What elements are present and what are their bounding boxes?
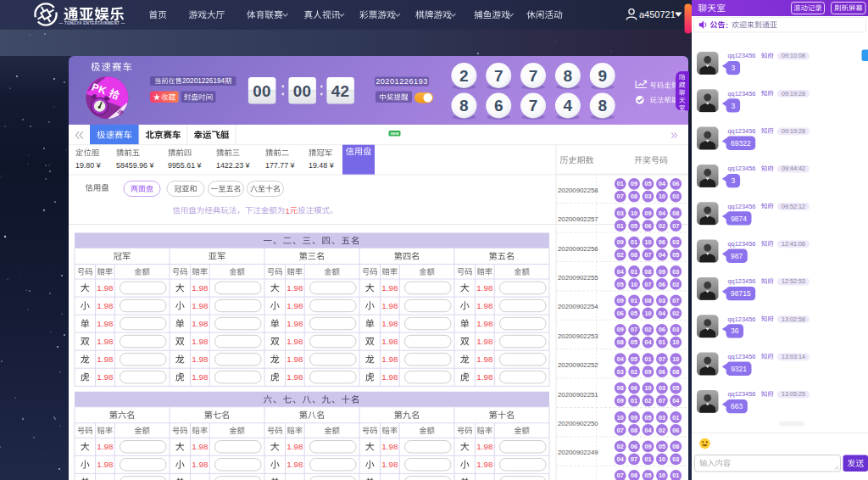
svg-text:20201226193: 20201226193 [376,77,428,86]
svg-text:1.98: 1.98 [287,460,303,469]
svg-text:qq123456: qq123456 [728,165,756,172]
svg-text:09: 09 [617,326,624,333]
svg-text:06: 06 [631,443,637,450]
svg-text:69322: 69322 [731,139,751,148]
svg-text:09: 09 [645,368,652,376]
svg-text:01: 01 [659,338,665,346]
svg-text:1.98: 1.98 [476,442,493,451]
svg-text:08: 08 [645,297,652,304]
svg-text:qq123456: qq123456 [728,277,756,285]
svg-text:10: 10 [659,472,665,479]
svg-text:09: 09 [617,238,624,246]
svg-text:09:19:28: 09:19:28 [782,90,805,98]
svg-text:10: 10 [672,355,679,363]
svg-text:08: 08 [631,472,637,479]
svg-text:02: 02 [672,310,679,317]
svg-text:01: 01 [645,355,652,363]
svg-text:03: 03 [617,209,624,217]
svg-text:1.98: 1.98 [192,372,209,382]
svg-text:1.98: 1.98 [476,337,493,346]
svg-text:2: 2 [459,67,469,85]
svg-text:09:10:08: 09:10:08 [782,52,805,59]
svg-text:09: 09 [645,209,652,217]
svg-text:09: 09 [631,180,637,187]
svg-text:20201226194: 20201226194 [182,77,225,85]
svg-text:1.98: 1.98 [381,283,398,293]
svg-text:06: 06 [659,368,665,376]
svg-text:04: 04 [659,310,665,317]
svg-text:qq123456: qq123456 [728,315,756,323]
svg-text:1.98: 1.98 [97,337,114,346]
svg-text:06: 06 [672,180,679,187]
svg-text:10: 10 [631,281,637,288]
svg-text:12:52:53: 12:52:53 [782,277,805,285]
svg-text:3: 3 [732,102,736,110]
svg-text:09:19:28: 09:19:28 [782,127,805,135]
svg-text:qq123456: qq123456 [728,90,756,98]
svg-text:1.98: 1.98 [287,301,303,310]
svg-text:04: 04 [645,427,652,434]
svg-text:08: 08 [631,251,637,259]
svg-text:01: 01 [631,268,637,276]
svg-text:20200902252: 20200902252 [558,361,598,369]
svg-text:09:52:12: 09:52:12 [782,203,805,210]
svg-text:— TONGYA ENTERTAINMENT —: — TONGYA ENTERTAINMENT — [58,21,125,25]
svg-text:1.98: 1.98 [476,283,493,293]
svg-text:20200902254: 20200902254 [558,303,598,310]
svg-text:06: 06 [659,281,665,288]
svg-text:1.98: 1.98 [476,460,493,469]
svg-text:1.98: 1.98 [381,319,398,328]
svg-text:3: 3 [732,64,736,72]
svg-text:9874: 9874 [731,215,747,223]
svg-text:03: 03 [659,297,665,304]
svg-text:1.98: 1.98 [97,319,114,328]
svg-text:10: 10 [672,338,679,346]
svg-text:05: 05 [672,384,679,392]
svg-text:01: 01 [617,180,624,187]
svg-text:03: 03 [617,368,624,376]
svg-text:qq123456: qq123456 [728,52,756,59]
svg-text:06: 06 [617,310,624,317]
svg-text:00: 00 [253,82,271,100]
svg-text:1.98: 1.98 [97,460,114,469]
svg-text:13:05:25: 13:05:25 [782,390,805,398]
svg-text:1.98: 1.98 [476,354,493,364]
svg-text:06: 06 [645,222,652,230]
svg-text:20200902255: 20200902255 [558,274,598,282]
svg-text:05: 05 [659,443,665,450]
svg-text:02: 02 [617,251,624,259]
svg-text:7: 7 [529,97,538,114]
svg-text:09: 09 [659,268,665,276]
svg-text:05: 05 [672,251,679,259]
svg-text:13:02:58: 13:02:58 [782,315,805,323]
svg-text:04: 04 [659,209,665,217]
svg-text:10: 10 [617,414,624,421]
svg-text:09:44:42: 09:44:42 [782,165,805,172]
svg-text:1.98: 1.98 [192,442,209,451]
svg-text:04: 04 [672,397,679,405]
svg-text:04: 04 [617,355,624,363]
svg-text:05: 05 [645,414,652,421]
svg-text:10: 10 [645,238,652,246]
svg-text:09: 09 [645,443,652,450]
svg-text:98715: 98715 [731,289,751,298]
svg-text:qq123456: qq123456 [728,127,756,135]
svg-text:03: 03 [672,238,679,246]
svg-text:1.98: 1.98 [287,354,303,364]
svg-text:07: 07 [659,355,665,363]
svg-text:05: 05 [631,222,637,230]
svg-text:04: 04 [659,180,665,187]
svg-text:09: 09 [617,397,624,405]
svg-text:20200902249: 20200902249 [558,449,598,456]
svg-text:10: 10 [659,193,665,200]
svg-text:02: 02 [659,427,665,434]
svg-text:02: 02 [617,443,624,450]
svg-text:04: 04 [659,251,665,259]
svg-text:12:41:06: 12:41:06 [782,240,805,248]
svg-text:7: 7 [529,67,538,85]
svg-text:10: 10 [645,310,652,317]
svg-text:1.98: 1.98 [476,301,493,310]
svg-text:05: 05 [631,355,637,363]
svg-text:01: 01 [645,455,652,463]
svg-text:07: 07 [617,472,624,479]
